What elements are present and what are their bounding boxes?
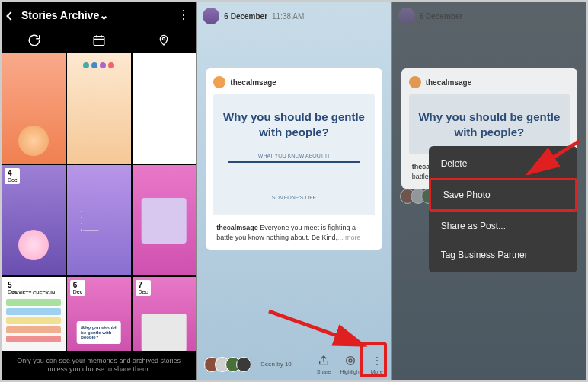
story-time: 11:38 AM: [272, 12, 304, 21]
archive-cell[interactable]: [133, 165, 197, 275]
archive-footer: Only you can see your memories and archi…: [2, 351, 196, 380]
card-username: thecalmsage: [230, 78, 276, 87]
archive-cell[interactable]: 4Dec: [2, 165, 66, 275]
calendar-tab-icon[interactable]: [91, 33, 107, 48]
card-caption: thecalmsage Everyone you meet is fightin…: [216, 223, 371, 242]
menu-tag-partner[interactable]: Tag Business Partner: [429, 240, 577, 269]
seen-count[interactable]: Seen by 10: [260, 361, 291, 368]
card-title: Why you should be gentle with people?: [221, 110, 366, 139]
card-body: Why you should be gentle with people? WH…: [213, 94, 374, 215]
story-date: 6 December: [224, 12, 267, 21]
story-card[interactable]: thecalmsage Why you should be gentle wit…: [206, 68, 382, 250]
archive-cell[interactable]: 6DecWhy you should be gentle with people…: [67, 277, 131, 351]
archive-title[interactable]: Stories Archive: [21, 9, 170, 21]
location-tab-icon[interactable]: [156, 33, 171, 48]
story-header: 6 December 11:38 AM: [197, 2, 391, 30]
archive-cell[interactable]: • ————• ————• ————• ————: [67, 165, 131, 275]
menu-share-as-post[interactable]: Share as Post...: [429, 212, 577, 240]
story-menu-panel: 6 December thecalmsage Why you should be…: [392, 2, 586, 380]
archive-tabs: [2, 28, 196, 53]
avatar[interactable]: [203, 8, 219, 24]
svg-point-1: [162, 37, 165, 40]
archive-cell[interactable]: [133, 53, 197, 164]
annotation-arrow-icon: [522, 137, 583, 186]
svg-point-2: [347, 357, 355, 365]
story-header: 6 December: [392, 2, 586, 30]
viewers[interactable]: [204, 357, 251, 372]
annotation-arrow-icon: [265, 307, 372, 356]
reload-tab-icon[interactable]: [27, 33, 42, 48]
archive-panel: Stories Archive ⋮ 4Dec • ————• ————• ———…: [2, 2, 197, 380]
share-button[interactable]: Share: [317, 354, 331, 374]
card-sub1: WHAT YOU KNOW ABOUT IT: [221, 153, 366, 158]
archive-cell[interactable]: [2, 53, 66, 164]
svg-point-3: [349, 359, 352, 362]
archive-grid: 4Dec • ————• ————• ————• ———— 5Dec ANXIE…: [2, 53, 196, 351]
archive-cell[interactable]: [67, 53, 131, 164]
story-panel: 6 December 11:38 AM thecalmsage Why you …: [197, 2, 391, 380]
back-icon[interactable]: [8, 8, 14, 22]
card-avatar-icon: [213, 76, 225, 88]
archive-header: Stories Archive ⋮: [2, 2, 196, 28]
archive-cell[interactable]: 7Dec: [133, 277, 197, 351]
card-sub2: SOMEONE'S LIFE: [221, 195, 366, 200]
archive-cell[interactable]: 5Dec ANXIETY CHECK-IN: [2, 277, 66, 351]
highlight-button[interactable]: Highlight: [340, 354, 360, 374]
more-icon[interactable]: ⋮: [177, 8, 190, 22]
avatar: [398, 8, 415, 24]
svg-rect-0: [94, 37, 104, 46]
